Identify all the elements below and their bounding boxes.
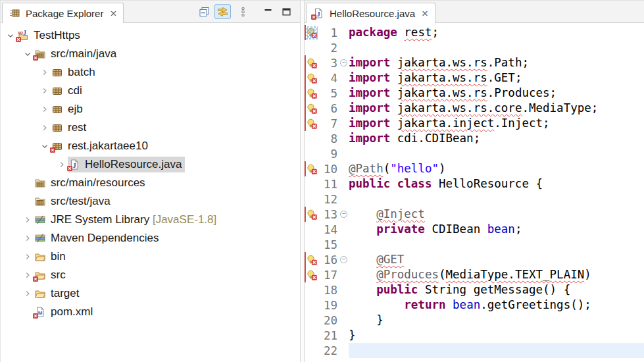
error-marker-icon[interactable]	[306, 56, 318, 70]
link-with-editor-button[interactable]	[214, 4, 231, 19]
tree-item-content: rest.jakartaee10	[51, 138, 151, 154]
pane-splitter[interactable]	[300, 1, 305, 362]
code-line-2[interactable]: 2	[305, 40, 644, 55]
line-number: 22	[318, 344, 339, 357]
chevron-right-icon[interactable]	[39, 67, 51, 78]
line-number: 5	[318, 87, 339, 100]
annotation-ruler-cell	[306, 238, 318, 252]
error-marker-icon[interactable]	[306, 268, 318, 282]
chevron-right-icon[interactable]	[22, 215, 34, 225]
chevron-right-icon[interactable]	[22, 233, 34, 244]
tree-item-pom-xml[interactable]: Mpom.xml	[1, 303, 300, 321]
chevron-right-icon[interactable]	[22, 288, 34, 299]
code-area[interactable]: 1package rest;23−import jakarta.ws.rs.Pa…	[305, 23, 644, 362]
tab-helloresource-java[interactable]: J HelloResource.java ×	[306, 3, 435, 23]
line-number: 2	[318, 41, 339, 55]
package-explorer-view: Package Explorer × M2JTestHttpssrc/main/…	[0, 1, 300, 362]
tree-item-content: src	[34, 267, 69, 283]
error-overlay-icon	[33, 55, 38, 61]
minimize-button[interactable]	[260, 4, 276, 19]
error-marker-icon[interactable]	[306, 101, 318, 116]
editor-tabbar: J HelloResource.java ×	[305, 1, 644, 23]
code-line-20[interactable]: 20 }	[305, 313, 644, 328]
code-line-15[interactable]: 15	[305, 237, 644, 252]
code-line-1[interactable]: 1package rest;	[305, 25, 644, 40]
view-toolbar	[196, 4, 300, 19]
code-line-5[interactable]: 5import jakarta.ws.rs.Produces;	[305, 86, 644, 101]
code-line-text: public String getMessage() {	[349, 282, 644, 297]
fold-collapse-icon[interactable]: −	[339, 211, 349, 218]
tree-item-src-test-java[interactable]: src/test/java	[1, 192, 300, 211]
folder-icon	[35, 288, 46, 299]
code-line-18[interactable]: 18 public String getMessage() {	[305, 282, 644, 297]
code-line-17[interactable]: 17 @Produces(MediaType.TEXT_PLAIN)	[305, 267, 644, 282]
code-line-13[interactable]: 13− @Inject	[305, 207, 644, 222]
code-line-8[interactable]: 8import cdi.CDIBean;	[305, 131, 644, 146]
tree-item-bin[interactable]: bin	[1, 247, 300, 266]
code-line-7[interactable]: 7import jakarta.inject.Inject;	[305, 116, 644, 131]
code-line-19[interactable]: 19 return bean.getGreetings();	[305, 297, 644, 313]
tab-package-explorer[interactable]: Package Explorer ×	[2, 3, 124, 23]
fold-collapse-icon[interactable]: −	[339, 256, 349, 263]
chevron-right-icon[interactable]	[39, 104, 51, 115]
tree-indent-spacer	[22, 178, 34, 188]
tree-item-src-main-java[interactable]: src/main/java	[1, 45, 300, 63]
package-icon	[52, 122, 63, 133]
close-icon[interactable]: ×	[422, 8, 428, 19]
chevron-down-icon[interactable]	[22, 49, 34, 59]
code-line-22[interactable]: 22	[305, 343, 644, 358]
view-menu-button[interactable]	[235, 4, 251, 19]
code-line-11[interactable]: 11public class HelloResource {	[305, 176, 644, 192]
maximize-button[interactable]	[278, 4, 295, 19]
code-line-3[interactable]: 3−import jakarta.ws.rs.Path;	[305, 55, 644, 70]
tree-item-maven-dependencies[interactable]: Maven Dependencies	[1, 229, 300, 247]
code-line-14[interactable]: 14 private CDIBean bean;	[305, 222, 644, 237]
tree-item-content: src/main/resources	[34, 175, 149, 191]
error-marker-icon[interactable]	[306, 162, 318, 176]
tree-item-cdi[interactable]: cdi	[1, 82, 300, 100]
tree-item-ejb[interactable]: ejb	[1, 100, 300, 118]
line-number: 11	[318, 178, 339, 191]
code-line-10[interactable]: 10@Path("hello")	[305, 161, 644, 176]
svg-text:M: M	[38, 310, 43, 316]
error-marker-icon[interactable]	[306, 71, 318, 86]
code-line-text: import jakarta.inject.Inject;	[349, 116, 644, 131]
tree-item-content: cdi	[51, 83, 86, 99]
code-line-6[interactable]: 6import jakarta.ws.rs.core.MediaType;	[305, 101, 644, 116]
tree-item-helloresource-java[interactable]: JHelloResource.java	[1, 155, 300, 174]
tree-item-rest[interactable]: rest	[1, 118, 300, 137]
code-line-16[interactable]: 16− @GET	[305, 252, 644, 267]
close-icon[interactable]: ×	[110, 8, 116, 19]
chevron-right-icon[interactable]	[22, 251, 34, 262]
tree-item-src-main-resources[interactable]: src/main/resources	[1, 174, 300, 192]
error-marker-icon[interactable]	[306, 86, 318, 101]
collapse-all-button[interactable]	[196, 4, 212, 19]
annotation-ruler-cell	[306, 192, 318, 207]
error-marker-icon[interactable]	[306, 253, 318, 267]
chevron-right-icon[interactable]	[56, 159, 68, 170]
tree-item-target[interactable]: target	[1, 284, 300, 303]
java-file-icon: J	[69, 159, 80, 170]
code-line-21[interactable]: 21}	[305, 328, 644, 343]
fold-collapse-icon[interactable]: −	[339, 59, 349, 66]
chevron-down-icon[interactable]	[5, 30, 16, 41]
tree-item-rest-jakartaee10[interactable]: rest.jakartaee10	[1, 137, 300, 155]
code-line-12[interactable]: 12	[305, 192, 644, 207]
tree-item-testhttps[interactable]: M2JTestHttps	[1, 26, 300, 45]
chevron-right-icon[interactable]	[39, 86, 51, 96]
code-line-text: import jakarta.ws.rs.Produces;	[349, 86, 644, 101]
code-line-9[interactable]: 9	[305, 146, 644, 161]
tree-item-jre-system-library[interactable]: JRE System Library [JavaSE-1.8]	[1, 211, 300, 229]
error-marker-icon[interactable]	[306, 116, 318, 131]
minimize-icon	[262, 7, 274, 17]
chevron-right-icon[interactable]	[22, 270, 34, 280]
code-line-4[interactable]: 4import jakarta.ws.rs.GET;	[305, 70, 644, 86]
tree-item-content: src/test/java	[34, 194, 114, 209]
chevron-right-icon[interactable]	[39, 122, 51, 133]
error-marker-icon[interactable]	[306, 26, 318, 40]
chevron-down-icon[interactable]	[39, 141, 51, 151]
tree-item-batch[interactable]: batch	[1, 63, 300, 82]
error-marker-icon[interactable]	[306, 207, 318, 222]
tree-item-src[interactable]: src	[1, 266, 300, 284]
code-line-text	[349, 40, 644, 55]
